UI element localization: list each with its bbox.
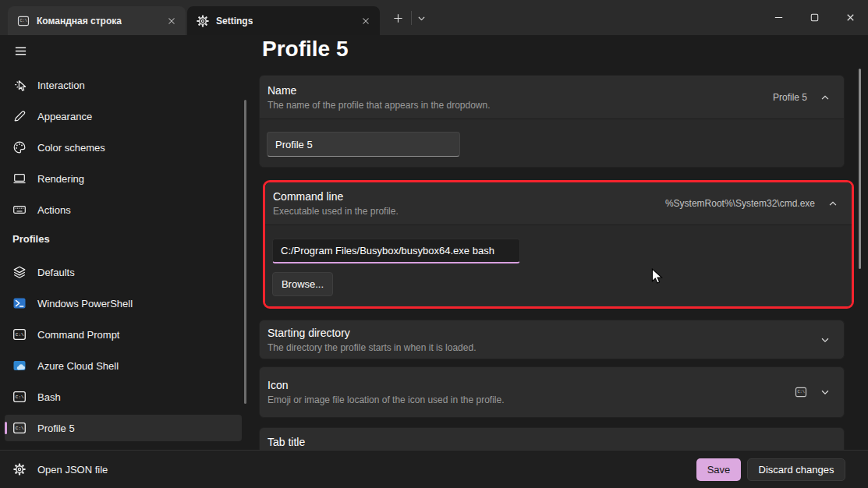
sidebar-item-label: Command Prompt <box>37 329 119 341</box>
maximize-icon <box>809 12 820 23</box>
sidebar-item-command-prompt[interactable]: Command Prompt <box>5 321 242 348</box>
command-line-subtitle: Executable used in the profile. <box>273 206 399 217</box>
icon-card[interactable]: Icon Emoji or image file location of the… <box>259 366 845 418</box>
icon-title: Icon <box>267 379 505 391</box>
mouse-cursor <box>651 268 664 285</box>
sidebar-item-bash[interactable]: Bash <box>5 384 242 410</box>
tab-label: Командная строка <box>37 16 122 27</box>
save-button[interactable]: Save <box>696 458 741 481</box>
azure-cloud-icon <box>12 359 27 373</box>
tab-command-prompt[interactable]: Командная строка <box>8 6 186 35</box>
icon-subtitle: Emoji or image file location of the icon… <box>267 394 505 405</box>
sidebar-item-label: Azure Cloud Shell <box>37 360 119 372</box>
sidebar-item-actions[interactable]: Actions <box>5 196 242 223</box>
command-line-current-value: %SystemRoot%\System32\cmd.exe <box>665 198 815 209</box>
open-json-file-label: Open JSON file <box>37 464 108 476</box>
settings-content: Profile 5 Name The name of the profile t… <box>259 35 868 450</box>
chevron-up-icon[interactable] <box>820 92 831 103</box>
command-line-card: Command line Executable used in the prof… <box>265 182 852 306</box>
name-expanded-body <box>260 118 844 167</box>
tab-title-title: Tab title <box>267 436 305 448</box>
sidebar-item-label: Profile 5 <box>37 423 75 434</box>
command-line-expander-header[interactable]: Command line Executable used in the prof… <box>265 182 852 225</box>
starting-directory-title: Starting directory <box>267 327 476 339</box>
sidebar-item-label: Appearance <box>37 111 92 122</box>
name-title: Name <box>267 84 491 97</box>
command-line-expanded-body: Browse... <box>265 225 852 306</box>
cmd-window-icon <box>12 421 27 435</box>
tabbar-separator <box>411 11 412 25</box>
pen-icon <box>12 109 27 123</box>
starting-directory-subtitle: The directory the profile starts in when… <box>267 342 476 353</box>
name-current-value: Profile 5 <box>773 92 807 103</box>
sidebar-item-label: Interaction <box>37 80 85 91</box>
tab-settings[interactable]: Settings <box>187 6 380 35</box>
new-tab-button[interactable] <box>388 8 408 28</box>
hamburger-icon <box>14 44 27 58</box>
chevron-down-icon[interactable] <box>820 334 831 345</box>
close-icon <box>845 12 856 23</box>
sidebar-item-windows-powershell[interactable]: Windows PowerShell <box>5 290 242 316</box>
minimize-icon <box>773 12 785 23</box>
monitor-icon <box>12 172 27 186</box>
starting-directory-card[interactable]: Starting directory The directory the pro… <box>259 320 845 359</box>
command-line-input[interactable] <box>272 239 520 263</box>
powershell-icon <box>12 296 27 310</box>
tab-close-icon[interactable] <box>162 12 181 30</box>
sidebar-item-label: Bash <box>37 391 61 403</box>
highlight-annotation: Command line Executable used in the prof… <box>263 180 854 309</box>
page-title: Profile 5 <box>262 37 348 62</box>
sidebar-item-rendering[interactable]: Rendering <box>5 165 242 192</box>
cmd-window-icon <box>795 386 807 398</box>
name-card: Name The name of the profile that appear… <box>259 75 845 168</box>
sidebar-item-appearance[interactable]: Appearance <box>5 103 242 129</box>
minimize-button[interactable] <box>760 0 796 34</box>
name-expander-header[interactable]: Name The name of the profile that appear… <box>260 76 844 118</box>
cmd-window-icon <box>12 390 27 404</box>
sidebar-item-label: Rendering <box>37 173 84 185</box>
titlebar: Командная строка Settings <box>0 0 868 35</box>
sidebar-item-defaults[interactable]: Defaults <box>5 259 242 285</box>
chevron-down-icon <box>416 13 427 23</box>
gear-icon <box>13 463 26 476</box>
sidebar-scrollbar[interactable] <box>244 100 246 404</box>
tab-close-icon[interactable] <box>356 12 375 30</box>
browse-button[interactable]: Browse... <box>272 272 333 296</box>
cmd-window-icon <box>12 327 27 341</box>
sidebar-item-interaction[interactable]: Interaction <box>5 72 242 98</box>
tab-title-card[interactable]: Tab title <box>259 427 845 450</box>
sidebar-item-azure-cloud-shell[interactable]: Azure Cloud Shell <box>5 352 242 379</box>
profiles-section-label: Profiles <box>12 233 50 245</box>
hamburger-menu-button[interactable] <box>11 41 30 60</box>
sidebar: Interaction Appearance Color schemes Ren… <box>0 35 259 450</box>
layers-icon <box>12 265 27 279</box>
sidebar-item-label: Defaults <box>37 267 75 278</box>
discard-changes-button[interactable]: Discard changes <box>747 458 845 481</box>
palette-icon <box>12 140 27 154</box>
cmd-window-icon <box>17 15 30 27</box>
close-button[interactable] <box>832 0 868 34</box>
sidebar-item-label: Color schemes <box>37 142 105 154</box>
sidebar-item-color-schemes[interactable]: Color schemes <box>5 134 242 161</box>
interaction-icon <box>12 78 27 92</box>
keyboard-icon <box>12 203 27 217</box>
sidebar-item-label: Windows PowerShell <box>37 298 133 309</box>
command-line-title: Command line <box>273 190 399 203</box>
gear-icon <box>197 15 209 27</box>
name-input[interactable] <box>267 132 460 157</box>
open-json-file-button[interactable]: Open JSON file <box>13 463 108 476</box>
chevron-down-icon[interactable] <box>820 387 831 398</box>
chevron-up-icon[interactable] <box>827 198 838 209</box>
footer: Open JSON file Save Discard changes <box>0 450 868 488</box>
sidebar-item-label: Actions <box>37 204 71 216</box>
maximize-button[interactable] <box>796 0 832 34</box>
plus-icon <box>392 12 404 24</box>
name-subtitle: The name of the profile that appears in … <box>267 100 491 111</box>
sidebar-item-profile-5[interactable]: Profile 5 <box>5 415 242 441</box>
tab-label: Settings <box>216 16 253 27</box>
windows-terminal-settings-window: C:\ <box>0 0 868 488</box>
main-scrollbar[interactable] <box>859 69 861 269</box>
new-tab-dropdown-button[interactable] <box>413 8 430 28</box>
